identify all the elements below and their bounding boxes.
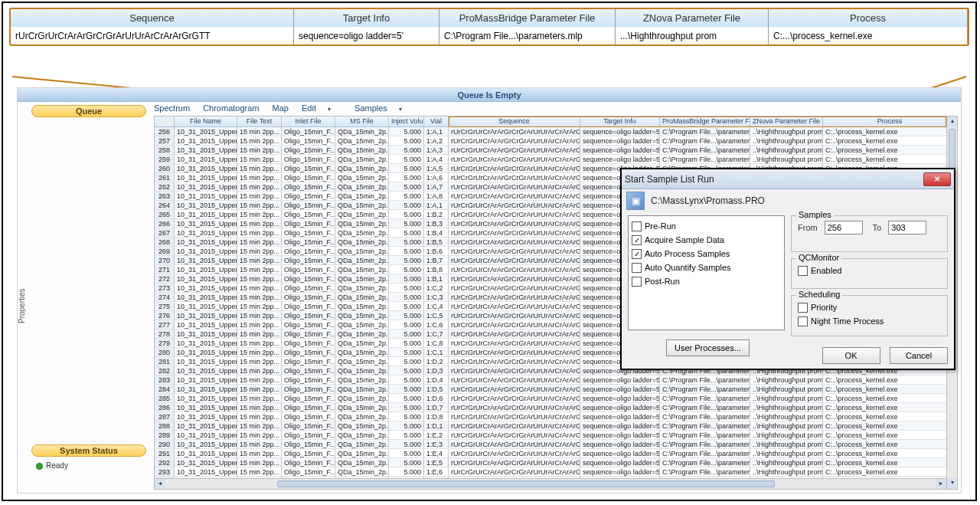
hdr-znfile[interactable]: ZNova Parameter File xyxy=(750,116,823,126)
zoom-val-pm: C:\Program File...\parameters.mlp xyxy=(439,27,616,44)
menu-bar: Spectrum Chromatogram Map Edit▾ Samples▾ xyxy=(154,103,423,113)
zoom-hdr-pm: ProMassBridge Parameter File xyxy=(439,9,616,27)
user-processes-button[interactable]: User Processes... xyxy=(666,339,750,356)
hdr-rownum[interactable] xyxy=(155,116,175,126)
close-button[interactable]: ✕ xyxy=(923,172,951,186)
hdr-target[interactable]: Target Info xyxy=(580,116,660,126)
properties-tab[interactable]: Properties xyxy=(18,103,30,505)
scheduling-group: Scheduling Priority Night Time Process xyxy=(791,295,948,336)
table-row[interactable]: 28610_31_2015_Upper...15 min 2pp...Oligo… xyxy=(155,403,957,412)
table-row[interactable]: 28810_31_2015_Upper...15 min 2pp...Oligo… xyxy=(155,421,957,431)
to-input[interactable] xyxy=(888,221,926,234)
hdr-vial[interactable]: Vial xyxy=(424,116,449,126)
sched-label: Scheduling xyxy=(796,290,842,299)
from-label: From xyxy=(798,223,818,232)
hdr-filetext[interactable]: File Text xyxy=(237,116,282,126)
table-row[interactable]: 28710_31_2015_Upper...15 min 2pp...Oligo… xyxy=(155,412,957,421)
checkbox-icon[interactable] xyxy=(798,303,808,313)
table-row[interactable]: 28410_31_2015_Upper...15 min 2pp...Oligo… xyxy=(155,385,957,394)
zoom-val-target: sequence=oligo ladder=5' xyxy=(294,27,439,44)
checkbox-icon[interactable] xyxy=(632,263,642,273)
grid-header: File Name File Text Inlet File MS File I… xyxy=(155,116,957,127)
scroll-thumb[interactable] xyxy=(277,480,775,487)
opt-acquire[interactable]: ✓Acquire Sample Data xyxy=(632,233,781,247)
scroll-right-icon[interactable]: ▸ xyxy=(936,479,946,490)
zoom-hdr-target: Target Info xyxy=(294,9,439,27)
zoom-callout: Sequence rUrCrGrUrCrArArGrCrGrArUrUrArCr… xyxy=(9,8,969,46)
system-status-pill[interactable]: System Status xyxy=(31,444,146,457)
checkbox-icon[interactable] xyxy=(798,316,808,326)
hdr-sequence[interactable]: Sequence xyxy=(449,116,580,126)
checkbox-icon[interactable] xyxy=(632,221,642,231)
ready-label: Ready xyxy=(46,461,68,470)
hdr-inletfile[interactable]: Inlet File xyxy=(282,116,335,126)
opt-autoquantify[interactable]: Auto Quantify Samples xyxy=(632,261,781,274)
table-row[interactable]: 25610_31_2015_Upper...15 min 2pp...Oligo… xyxy=(155,127,957,136)
table-row[interactable]: 29010_31_2015_Upper...15 min 2pp...Oligo… xyxy=(155,440,957,449)
status-dot-icon xyxy=(36,463,43,470)
table-row[interactable]: 28310_31_2015_Upper...15 min 2pp...Oligo… xyxy=(155,375,957,385)
checkbox-icon[interactable]: ✓ xyxy=(632,235,642,245)
table-row[interactable]: 29310_31_2015_Upper...15 min 2pp...Oligo… xyxy=(155,467,957,477)
opt-autoprocess[interactable]: ✓Auto Process Samples xyxy=(632,247,781,261)
table-row[interactable]: 25810_31_2015_Upper...15 min 2pp...Oligo… xyxy=(155,146,957,155)
qcmonitor-group: QCMonitor Enabled xyxy=(791,258,948,289)
start-run-dialog: Start Sample List Run ✕ ▣ C:\MassLynx\Pr… xyxy=(620,168,956,370)
project-path: C:\MassLynx\Promass.PRO xyxy=(651,195,765,206)
from-input[interactable] xyxy=(825,221,863,234)
zoom-val-sequence: rUrCrGrUrCrArArGrCrGrArUrUrArCrArArGrGTT xyxy=(11,27,294,44)
menu-chromatogram[interactable]: Chromatogram xyxy=(203,103,259,113)
menu-map[interactable]: Map xyxy=(273,103,289,113)
table-row[interactable]: 29110_31_2015_Upper...15 min 2pp...Oligo… xyxy=(155,449,957,458)
table-row[interactable]: 25910_31_2015_Upper...15 min 2pp...Oligo… xyxy=(155,155,957,164)
zoom-val-zn: ...\Highthroughput prom xyxy=(616,27,769,44)
sched-priority[interactable]: Priority xyxy=(798,300,941,314)
qc-label: QCMonitor xyxy=(796,253,841,262)
hdr-filename[interactable]: File Name xyxy=(175,116,237,126)
table-row[interactable]: 28510_31_2015_Upper...15 min 2pp...Oligo… xyxy=(155,394,957,403)
samples-label: Samples xyxy=(796,210,834,219)
hdr-injectvol[interactable]: Inject Volume xyxy=(389,116,424,126)
qc-enabled[interactable]: Enabled xyxy=(798,264,941,277)
ok-button[interactable]: OK xyxy=(822,347,880,364)
options-list: Pre-Run ✓Acquire Sample Data ✓Auto Proce… xyxy=(628,215,785,330)
zoom-hdr-proc: Process xyxy=(769,9,968,27)
table-row[interactable]: 25710_31_2015_Upper...15 min 2pp...Oligo… xyxy=(155,136,957,146)
horizontal-scrollbar[interactable]: ◂ ▸ xyxy=(155,478,946,489)
zoom-hdr-zn: ZNova Parameter File xyxy=(616,9,769,27)
dialog-title: Start Sample List Run xyxy=(625,174,714,185)
cancel-button[interactable]: Cancel xyxy=(890,347,948,364)
sched-night[interactable]: Night Time Process xyxy=(798,314,941,328)
table-row[interactable]: 29210_31_2015_Upper...15 min 2pp...Oligo… xyxy=(155,458,957,467)
menu-samples[interactable]: Samples▾ xyxy=(354,103,413,113)
opt-postrun[interactable]: Post-Run xyxy=(632,274,781,288)
table-row[interactable]: 28910_31_2015_Upper...15 min 2pp...Oligo… xyxy=(155,431,957,440)
hdr-pmfile[interactable]: ProMassBridge Parameter File xyxy=(660,116,750,126)
scroll-up-icon[interactable]: ▴ xyxy=(947,116,958,127)
zoom-hdr-sequence: Sequence xyxy=(11,9,294,27)
checkbox-icon[interactable] xyxy=(798,266,808,276)
menu-edit[interactable]: Edit▾ xyxy=(302,103,341,113)
hdr-msfile[interactable]: MS File xyxy=(335,116,389,126)
queue-pill[interactable]: Queue xyxy=(31,105,146,117)
chevron-down-icon: ▾ xyxy=(328,106,331,113)
checkbox-icon[interactable]: ✓ xyxy=(632,249,642,259)
opt-prerun[interactable]: Pre-Run xyxy=(632,219,781,233)
hdr-process[interactable]: Process xyxy=(823,116,957,126)
checkbox-icon[interactable] xyxy=(632,277,642,287)
project-icon: ▣ xyxy=(626,192,645,210)
to-label: To xyxy=(873,223,882,232)
scroll-left-icon[interactable]: ◂ xyxy=(155,479,165,490)
zoom-val-proc: C:...\process_kernel.exe xyxy=(769,27,968,44)
chevron-down-icon: ▾ xyxy=(399,106,402,113)
queue-title: Queue Is Empty xyxy=(18,88,961,102)
menu-spectrum[interactable]: Spectrum xyxy=(154,103,190,113)
samples-group: Samples From To xyxy=(791,215,948,252)
scroll-down-icon[interactable]: ▾ xyxy=(947,478,958,489)
